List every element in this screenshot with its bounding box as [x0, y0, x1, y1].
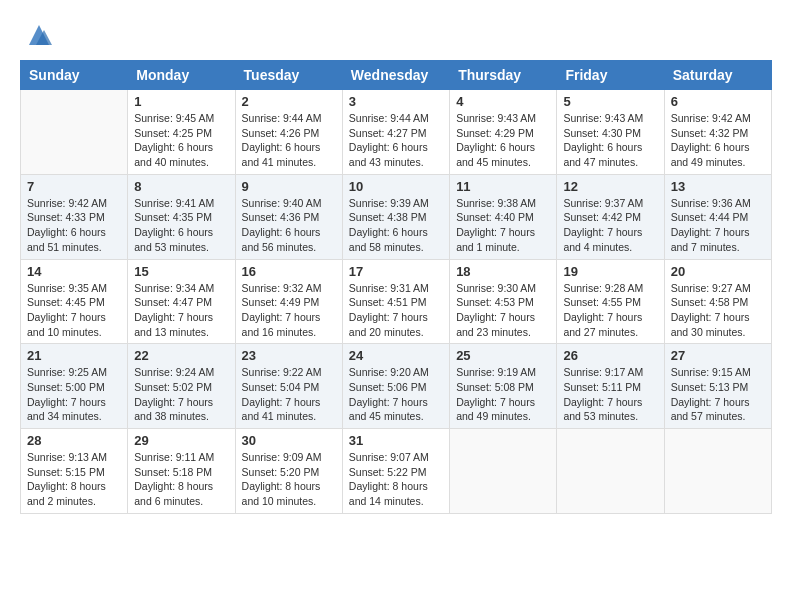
- day-number: 14: [27, 264, 121, 279]
- weekday-header-friday: Friday: [557, 61, 664, 90]
- calendar-cell: 1Sunrise: 9:45 AM Sunset: 4:25 PM Daylig…: [128, 90, 235, 175]
- logo-icon: [24, 20, 54, 50]
- day-number: 13: [671, 179, 765, 194]
- page-header: [20, 20, 772, 50]
- calendar-week-row: 14Sunrise: 9:35 AM Sunset: 4:45 PM Dayli…: [21, 259, 772, 344]
- calendar-cell: 21Sunrise: 9:25 AM Sunset: 5:00 PM Dayli…: [21, 344, 128, 429]
- calendar-cell: 16Sunrise: 9:32 AM Sunset: 4:49 PM Dayli…: [235, 259, 342, 344]
- calendar-cell: 6Sunrise: 9:42 AM Sunset: 4:32 PM Daylig…: [664, 90, 771, 175]
- weekday-header-tuesday: Tuesday: [235, 61, 342, 90]
- weekday-header-saturday: Saturday: [664, 61, 771, 90]
- calendar-cell: 22Sunrise: 9:24 AM Sunset: 5:02 PM Dayli…: [128, 344, 235, 429]
- day-info: Sunrise: 9:17 AM Sunset: 5:11 PM Dayligh…: [563, 365, 657, 424]
- day-number: 20: [671, 264, 765, 279]
- calendar-cell: 15Sunrise: 9:34 AM Sunset: 4:47 PM Dayli…: [128, 259, 235, 344]
- weekday-header-monday: Monday: [128, 61, 235, 90]
- weekday-header-sunday: Sunday: [21, 61, 128, 90]
- day-info: Sunrise: 9:24 AM Sunset: 5:02 PM Dayligh…: [134, 365, 228, 424]
- day-info: Sunrise: 9:15 AM Sunset: 5:13 PM Dayligh…: [671, 365, 765, 424]
- calendar-cell: 25Sunrise: 9:19 AM Sunset: 5:08 PM Dayli…: [450, 344, 557, 429]
- day-number: 23: [242, 348, 336, 363]
- calendar-cell: 28Sunrise: 9:13 AM Sunset: 5:15 PM Dayli…: [21, 429, 128, 514]
- day-number: 18: [456, 264, 550, 279]
- day-number: 31: [349, 433, 443, 448]
- day-number: 1: [134, 94, 228, 109]
- calendar-table: SundayMondayTuesdayWednesdayThursdayFrid…: [20, 60, 772, 514]
- day-info: Sunrise: 9:43 AM Sunset: 4:30 PM Dayligh…: [563, 111, 657, 170]
- day-info: Sunrise: 9:27 AM Sunset: 4:58 PM Dayligh…: [671, 281, 765, 340]
- calendar-cell: 30Sunrise: 9:09 AM Sunset: 5:20 PM Dayli…: [235, 429, 342, 514]
- day-info: Sunrise: 9:11 AM Sunset: 5:18 PM Dayligh…: [134, 450, 228, 509]
- day-number: 30: [242, 433, 336, 448]
- calendar-cell: 4Sunrise: 9:43 AM Sunset: 4:29 PM Daylig…: [450, 90, 557, 175]
- weekday-header-row: SundayMondayTuesdayWednesdayThursdayFrid…: [21, 61, 772, 90]
- calendar-cell: [664, 429, 771, 514]
- day-info: Sunrise: 9:38 AM Sunset: 4:40 PM Dayligh…: [456, 196, 550, 255]
- calendar-cell: 8Sunrise: 9:41 AM Sunset: 4:35 PM Daylig…: [128, 174, 235, 259]
- calendar-cell: 12Sunrise: 9:37 AM Sunset: 4:42 PM Dayli…: [557, 174, 664, 259]
- calendar-week-row: 7Sunrise: 9:42 AM Sunset: 4:33 PM Daylig…: [21, 174, 772, 259]
- calendar-cell: 31Sunrise: 9:07 AM Sunset: 5:22 PM Dayli…: [342, 429, 449, 514]
- calendar-cell: 2Sunrise: 9:44 AM Sunset: 4:26 PM Daylig…: [235, 90, 342, 175]
- calendar-cell: 29Sunrise: 9:11 AM Sunset: 5:18 PM Dayli…: [128, 429, 235, 514]
- calendar-cell: 13Sunrise: 9:36 AM Sunset: 4:44 PM Dayli…: [664, 174, 771, 259]
- day-info: Sunrise: 9:20 AM Sunset: 5:06 PM Dayligh…: [349, 365, 443, 424]
- day-number: 19: [563, 264, 657, 279]
- day-info: Sunrise: 9:36 AM Sunset: 4:44 PM Dayligh…: [671, 196, 765, 255]
- day-number: 29: [134, 433, 228, 448]
- calendar-cell: 18Sunrise: 9:30 AM Sunset: 4:53 PM Dayli…: [450, 259, 557, 344]
- day-number: 25: [456, 348, 550, 363]
- day-info: Sunrise: 9:42 AM Sunset: 4:33 PM Dayligh…: [27, 196, 121, 255]
- day-number: 16: [242, 264, 336, 279]
- calendar-cell: [21, 90, 128, 175]
- day-number: 11: [456, 179, 550, 194]
- day-info: Sunrise: 9:25 AM Sunset: 5:00 PM Dayligh…: [27, 365, 121, 424]
- day-number: 21: [27, 348, 121, 363]
- day-number: 10: [349, 179, 443, 194]
- calendar-cell: 27Sunrise: 9:15 AM Sunset: 5:13 PM Dayli…: [664, 344, 771, 429]
- day-info: Sunrise: 9:42 AM Sunset: 4:32 PM Dayligh…: [671, 111, 765, 170]
- day-number: 3: [349, 94, 443, 109]
- day-info: Sunrise: 9:40 AM Sunset: 4:36 PM Dayligh…: [242, 196, 336, 255]
- day-info: Sunrise: 9:13 AM Sunset: 5:15 PM Dayligh…: [27, 450, 121, 509]
- day-number: 5: [563, 94, 657, 109]
- calendar-cell: 5Sunrise: 9:43 AM Sunset: 4:30 PM Daylig…: [557, 90, 664, 175]
- day-number: 27: [671, 348, 765, 363]
- calendar-cell: 7Sunrise: 9:42 AM Sunset: 4:33 PM Daylig…: [21, 174, 128, 259]
- day-info: Sunrise: 9:28 AM Sunset: 4:55 PM Dayligh…: [563, 281, 657, 340]
- day-number: 24: [349, 348, 443, 363]
- day-info: Sunrise: 9:32 AM Sunset: 4:49 PM Dayligh…: [242, 281, 336, 340]
- day-info: Sunrise: 9:34 AM Sunset: 4:47 PM Dayligh…: [134, 281, 228, 340]
- day-info: Sunrise: 9:44 AM Sunset: 4:27 PM Dayligh…: [349, 111, 443, 170]
- calendar-cell: 10Sunrise: 9:39 AM Sunset: 4:38 PM Dayli…: [342, 174, 449, 259]
- calendar-cell: 17Sunrise: 9:31 AM Sunset: 4:51 PM Dayli…: [342, 259, 449, 344]
- calendar-cell: [557, 429, 664, 514]
- day-info: Sunrise: 9:22 AM Sunset: 5:04 PM Dayligh…: [242, 365, 336, 424]
- day-number: 15: [134, 264, 228, 279]
- calendar-week-row: 1Sunrise: 9:45 AM Sunset: 4:25 PM Daylig…: [21, 90, 772, 175]
- day-number: 26: [563, 348, 657, 363]
- day-info: Sunrise: 9:44 AM Sunset: 4:26 PM Dayligh…: [242, 111, 336, 170]
- weekday-header-thursday: Thursday: [450, 61, 557, 90]
- day-info: Sunrise: 9:41 AM Sunset: 4:35 PM Dayligh…: [134, 196, 228, 255]
- calendar-cell: 11Sunrise: 9:38 AM Sunset: 4:40 PM Dayli…: [450, 174, 557, 259]
- calendar-cell: 20Sunrise: 9:27 AM Sunset: 4:58 PM Dayli…: [664, 259, 771, 344]
- day-number: 17: [349, 264, 443, 279]
- calendar-cell: 24Sunrise: 9:20 AM Sunset: 5:06 PM Dayli…: [342, 344, 449, 429]
- day-number: 22: [134, 348, 228, 363]
- day-number: 12: [563, 179, 657, 194]
- weekday-header-wednesday: Wednesday: [342, 61, 449, 90]
- calendar-cell: 19Sunrise: 9:28 AM Sunset: 4:55 PM Dayli…: [557, 259, 664, 344]
- day-info: Sunrise: 9:39 AM Sunset: 4:38 PM Dayligh…: [349, 196, 443, 255]
- day-info: Sunrise: 9:43 AM Sunset: 4:29 PM Dayligh…: [456, 111, 550, 170]
- day-info: Sunrise: 9:07 AM Sunset: 5:22 PM Dayligh…: [349, 450, 443, 509]
- calendar-cell: 23Sunrise: 9:22 AM Sunset: 5:04 PM Dayli…: [235, 344, 342, 429]
- day-info: Sunrise: 9:37 AM Sunset: 4:42 PM Dayligh…: [563, 196, 657, 255]
- day-info: Sunrise: 9:45 AM Sunset: 4:25 PM Dayligh…: [134, 111, 228, 170]
- day-info: Sunrise: 9:35 AM Sunset: 4:45 PM Dayligh…: [27, 281, 121, 340]
- calendar-cell: 9Sunrise: 9:40 AM Sunset: 4:36 PM Daylig…: [235, 174, 342, 259]
- day-info: Sunrise: 9:30 AM Sunset: 4:53 PM Dayligh…: [456, 281, 550, 340]
- day-number: 4: [456, 94, 550, 109]
- day-info: Sunrise: 9:31 AM Sunset: 4:51 PM Dayligh…: [349, 281, 443, 340]
- day-number: 28: [27, 433, 121, 448]
